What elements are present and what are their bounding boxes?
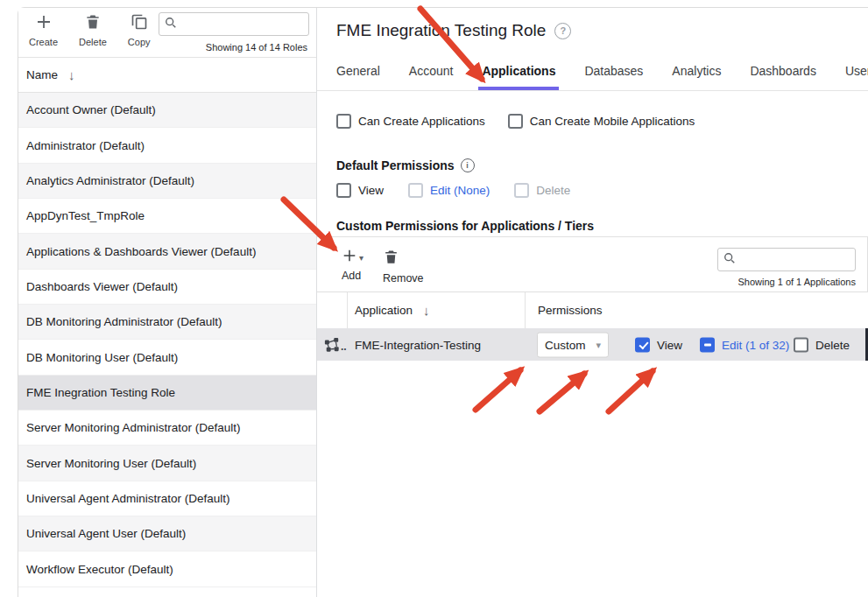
role-label: Administrator (Default)	[26, 139, 145, 152]
default-view-checkbox[interactable]: View	[336, 183, 384, 198]
indeterminate-checkbox-icon	[700, 337, 715, 352]
name-column-label: Name	[26, 68, 58, 81]
role-label: Dashboards Viewer (Default)	[26, 280, 178, 293]
tab-analytics[interactable]: Analytics	[672, 62, 721, 90]
unchecked-checkbox-icon	[794, 337, 808, 352]
default-permissions-heading: Default Permissions	[336, 158, 455, 172]
role-label: Applications & Dashboards Viewer (Defaul…	[26, 245, 256, 258]
role-label: FME Inegration Testing Role	[26, 386, 175, 399]
roles-search-box[interactable]	[159, 12, 309, 36]
checkbox-icon	[336, 183, 351, 198]
role-list-item[interactable]: FME Inegration Testing Role	[18, 376, 316, 411]
role-detail-panel: FME Inegration Testing Role ? GeneralAcc…	[317, 8, 868, 597]
tab-user-a[interactable]: User a	[845, 62, 868, 90]
table-row: .. FME-Integration-Testing Custom ▾ View…	[317, 328, 868, 361]
role-list-item[interactable]: Dashboards Viewer (Default)	[18, 270, 316, 305]
copy-label: Copy	[128, 37, 151, 47]
permissions-column-header: Permissions	[526, 304, 868, 317]
roles-admin-page: Create Delete Copy	[0, 0, 868, 597]
role-list-item[interactable]: Universal Agent User (Default)	[18, 516, 316, 551]
permission-mode-value: Custom	[545, 338, 586, 351]
custom-permissions-toolbar: ▾ Add Remove	[317, 236, 868, 292]
tab-dashboards[interactable]: Dashboards	[750, 62, 816, 90]
role-list-item[interactable]: Server Monitoring Administrator (Default…	[18, 411, 316, 446]
role-list-item[interactable]: DB Monitoring User (Default)	[18, 340, 316, 375]
tab-applications[interactable]: Applications	[482, 62, 555, 90]
create-role-button[interactable]: Create	[29, 13, 58, 47]
row-delete-label: Delete	[815, 338, 850, 351]
role-list-item[interactable]: Universal Agent Administrator (Default)	[18, 481, 316, 516]
delete-role-button[interactable]: Delete	[79, 13, 107, 47]
role-list-item[interactable]: Account Owner (Default)	[18, 93, 316, 128]
row-delete-checkbox[interactable]: Delete	[794, 337, 850, 352]
role-label: Server Monitoring Administrator (Default…	[26, 421, 241, 434]
applications-search-input[interactable]	[740, 252, 850, 267]
role-list-item[interactable]: Applications & Dashboards Viewer (Defaul…	[18, 234, 316, 269]
default-edit-checkbox[interactable]: Edit (None)	[408, 183, 490, 198]
role-label: DB Monitoring User (Default)	[26, 351, 178, 364]
info-icon[interactable]: i	[461, 158, 475, 172]
permissions-table-header: Application ↓ Permissions	[317, 292, 868, 328]
role-label: DB Monitoring Administrator (Default)	[26, 315, 222, 328]
default-delete-label: Delete	[536, 184, 570, 197]
roles-sidebar: Create Delete Copy	[18, 8, 317, 597]
default-delete-checkbox[interactable]: Delete	[514, 183, 570, 198]
role-label: Account Owner (Default)	[26, 103, 156, 116]
checkbox-icon	[336, 114, 351, 129]
help-icon[interactable]: ?	[554, 23, 571, 39]
application-column-header[interactable]: Application ↓	[348, 292, 526, 328]
role-list-item[interactable]: Workflow Executor (Default)	[18, 551, 316, 586]
can-create-mobile-applications-checkbox[interactable]: Can Create Mobile Applications	[508, 114, 695, 129]
tab-general[interactable]: General	[336, 62, 380, 90]
applications-count-text: Showing 1 of 1 Applications	[737, 277, 856, 287]
plus-icon	[35, 13, 53, 34]
add-application-button[interactable]: ▾ Add	[342, 249, 363, 284]
page-title: FME Inegration Testing Role	[336, 21, 546, 40]
delete-label: Delete	[79, 37, 107, 47]
row-view-label: View	[657, 338, 682, 351]
trash-icon	[84, 13, 102, 34]
copy-icon	[131, 13, 148, 34]
trash-icon	[383, 249, 399, 269]
checked-checkbox-icon	[635, 337, 650, 352]
roles-toolbar: Create Delete Copy	[18, 8, 316, 58]
tab-databases[interactable]: Databases	[584, 62, 643, 90]
tab-account[interactable]: Account	[409, 62, 454, 90]
role-list-item[interactable]: AppDynTest_TmpRole	[18, 199, 316, 234]
default-edit-label[interactable]: Edit (None)	[430, 184, 490, 197]
checkbox-icon	[408, 183, 423, 198]
role-list-item[interactable]: Administrator (Default)	[18, 128, 316, 163]
tab-bar: GeneralAccountApplicationsDatabasesAnaly…	[336, 62, 868, 90]
application-name: FME-Integration-Testing	[355, 338, 481, 351]
role-label: AppDynTest_TmpRole	[26, 209, 145, 222]
chevron-down-icon: ▾	[596, 339, 601, 350]
roles-search-input[interactable]	[181, 17, 303, 32]
application-column-label: Application	[355, 304, 413, 317]
sort-desc-icon: ↓	[423, 303, 430, 318]
can-create-applications-label: Can Create Applications	[358, 115, 485, 128]
row-view-checkbox[interactable]: View	[635, 337, 682, 352]
row-edit-checkbox[interactable]: Edit (1 of 32)	[700, 337, 789, 352]
remove-application-button[interactable]: Remove	[383, 249, 424, 284]
can-create-applications-checkbox[interactable]: Can Create Applications	[336, 114, 485, 129]
roles-card: Create Delete Copy	[18, 7, 868, 597]
plus-icon	[342, 248, 357, 267]
search-icon	[723, 252, 736, 268]
can-create-mobile-applications-label: Can Create Mobile Applications	[530, 115, 695, 128]
role-list-item[interactable]: Analytics Administrator (Default)	[18, 164, 316, 199]
applications-search-box[interactable]	[717, 248, 856, 271]
row-edit-label[interactable]: Edit (1 of 32)	[722, 338, 789, 351]
role-list: Account Owner (Default)Administrator (De…	[18, 93, 316, 587]
name-column-header[interactable]: Name ↓	[18, 58, 316, 93]
default-view-label: View	[358, 184, 384, 197]
permissions-column-label: Permissions	[538, 304, 603, 317]
selection-column-header	[317, 292, 348, 328]
permission-mode-select[interactable]: Custom ▾	[537, 332, 609, 357]
search-icon	[165, 17, 177, 32]
role-label: Universal Agent User (Default)	[26, 527, 186, 540]
sort-desc-icon: ↓	[68, 67, 75, 82]
role-label: Workflow Executor (Default)	[26, 563, 173, 576]
role-list-item[interactable]: Server Monitoring User (Default)	[18, 446, 316, 481]
role-list-item[interactable]: DB Monitoring Administrator (Default)	[18, 305, 316, 340]
copy-role-button[interactable]: Copy	[128, 13, 151, 47]
